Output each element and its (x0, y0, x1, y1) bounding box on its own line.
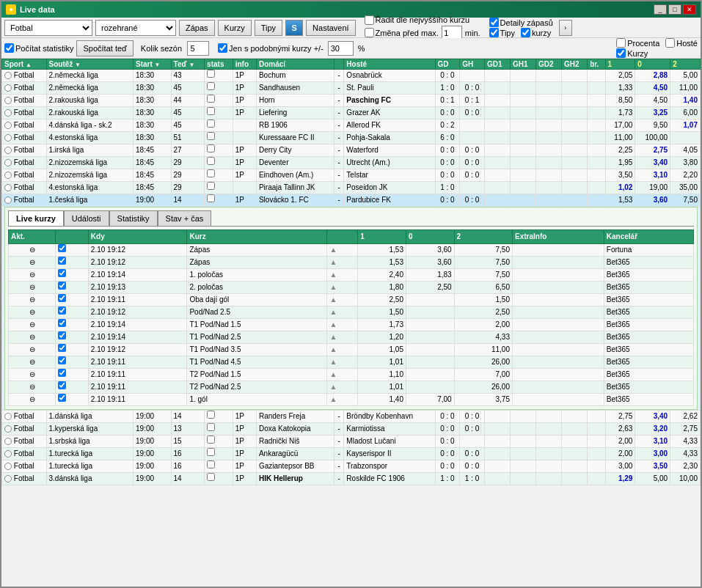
inner-cell-akt[interactable]: ⊖ (9, 369, 56, 381)
pocitat-checkbox[interactable] (4, 43, 14, 53)
stats-checkbox[interactable] (207, 132, 215, 140)
inner-cell-sort[interactable]: ▲ (327, 257, 358, 269)
inner-cell-sort[interactable]: ▲ (327, 356, 358, 369)
sport-circle-icon[interactable] (4, 97, 12, 104)
sport-circle-icon[interactable] (4, 425, 12, 433)
th-gh[interactable]: GH (460, 59, 485, 70)
detaily-checkbox[interactable] (489, 18, 499, 27)
inner-cell-akt[interactable]: ⊖ (9, 269, 56, 282)
th-k1[interactable]: 1 (605, 59, 635, 70)
filter-select[interactable]: rozehrané všechny dnes (95, 20, 176, 36)
th-soutez[interactable]: Soutěž ▼ (46, 59, 134, 70)
th-gh1[interactable]: GH1 (510, 59, 535, 70)
stats-checkbox[interactable] (207, 120, 215, 128)
inner-cell-chk[interactable] (56, 269, 89, 282)
th-domaci[interactable]: Domácí (256, 59, 334, 70)
inner-cell-chk[interactable] (56, 331, 89, 344)
table-row[interactable]: Fotbal 1.turecká liga 19:00 16 1P Gazian… (2, 460, 701, 473)
th-start[interactable]: Start ▼ (134, 59, 172, 70)
stats-checkbox[interactable] (207, 82, 215, 90)
inner-th[interactable]: Akt. (9, 230, 56, 244)
table-row[interactable]: Fotbal 4.estonská liga 18:30 51 Kuressaa… (2, 132, 701, 144)
inner-cell-akt[interactable]: ⊖ (9, 319, 56, 331)
th-info[interactable]: info (233, 59, 256, 70)
table-container[interactable]: Sport ▲ Soutěž ▼ Start ▼ Teď ▼ stats inf… (1, 59, 701, 587)
th-gd2[interactable]: GD2 (536, 59, 562, 70)
inner-table-row[interactable]: ⊖ 2.10 19:12 Zápas ▲ 1,53 3,60 7,50 Fort… (9, 244, 694, 257)
th-stats[interactable]: stats (205, 59, 233, 70)
sport-circle-icon[interactable] (4, 72, 12, 79)
inner-th[interactable] (56, 230, 89, 244)
inner-checkbox[interactable] (58, 381, 66, 389)
sport-circle-icon[interactable] (4, 134, 12, 142)
inner-tab[interactable]: Události (64, 210, 109, 226)
kurzy-check[interactable] (521, 28, 530, 37)
stats-checkbox[interactable] (207, 169, 215, 177)
inner-cell-sort[interactable]: ▲ (327, 331, 358, 344)
stats-checkbox[interactable] (207, 70, 215, 78)
stats-checkbox[interactable] (207, 460, 215, 468)
inner-checkbox[interactable] (58, 344, 66, 352)
table-row[interactable]: Fotbal 1.dánská liga 19:00 14 1P Randers… (2, 411, 701, 423)
inner-cell-chk[interactable] (56, 381, 89, 394)
maximize-button[interactable]: □ (668, 4, 681, 15)
inner-cell-chk[interactable] (56, 257, 89, 269)
inner-th[interactable]: 2 (454, 230, 512, 244)
inner-table-row[interactable]: ⊖ 2.10 19:14 T1 Pod/Nad 2.5 ▲ 1,20 4,33 … (9, 331, 694, 344)
sport-circle-icon[interactable] (4, 450, 12, 457)
stats-checkbox[interactable] (207, 194, 215, 202)
inner-cell-sort[interactable]: ▲ (327, 369, 358, 381)
table-row[interactable]: Fotbal 1.srbská liga 19:00 15 1P Radničk… (2, 436, 701, 448)
inner-cell-chk[interactable] (56, 306, 89, 319)
inner-checkbox[interactable] (58, 394, 66, 402)
s-button[interactable]: S (285, 20, 303, 36)
table-row[interactable]: Fotbal 2.nizozemská liga 18:45 29 1P Ein… (2, 169, 701, 182)
inner-cell-chk[interactable] (56, 294, 89, 306)
sport-circle-icon[interactable] (4, 184, 12, 191)
stats-checkbox[interactable] (207, 182, 215, 190)
sport-circle-icon[interactable] (4, 172, 12, 179)
inner-cell-akt[interactable]: ⊖ (9, 394, 56, 406)
sport-circle-icon[interactable] (4, 196, 12, 204)
sport-circle-icon[interactable] (4, 109, 12, 117)
inner-cell-akt[interactable]: ⊖ (9, 282, 56, 294)
inner-cell-sort[interactable]: ▲ (327, 381, 358, 394)
stats-checkbox[interactable] (207, 411, 215, 419)
inner-th[interactable]: Kancelář (604, 230, 693, 244)
radit-checkbox[interactable] (365, 15, 374, 25)
inner-checkbox[interactable] (58, 369, 66, 377)
tipy-button[interactable]: Tipy (255, 20, 282, 36)
inner-checkbox[interactable] (58, 331, 66, 339)
jen-checkbox[interactable] (218, 43, 227, 53)
inner-checkbox[interactable] (58, 269, 66, 277)
th-k2[interactable]: 2 (670, 59, 701, 70)
inner-cell-chk[interactable] (56, 344, 89, 356)
inner-table-row[interactable]: ⊖ 2.10 19:12 Pod/Nad 2.5 ▲ 1,50 2,50 Bet… (9, 306, 694, 319)
sport-circle-icon[interactable] (4, 84, 12, 92)
inner-th[interactable]: 1 (358, 230, 406, 244)
tipy-check[interactable] (489, 28, 499, 37)
th-br[interactable]: br. (588, 59, 605, 70)
inner-checkbox[interactable] (58, 356, 66, 364)
th-hoste[interactable]: Hosté (344, 59, 435, 70)
inner-tab[interactable]: Stav + čas (158, 210, 212, 226)
sport-circle-icon[interactable] (4, 147, 12, 154)
table-row[interactable]: Fotbal 3.dánská liga 19:00 14 1P HIK Hel… (2, 473, 701, 485)
inner-cell-sort[interactable]: ▲ (327, 294, 358, 306)
inner-cell-chk[interactable] (56, 394, 89, 406)
inner-cell-akt[interactable]: ⊖ (9, 331, 56, 344)
inner-cell-sort[interactable]: ▲ (327, 269, 358, 282)
table-row[interactable]: Fotbal 4.dánská liga - sk.2 18:30 45 RB … (2, 120, 701, 132)
close-button[interactable]: ✕ (683, 4, 696, 15)
nastaveni-button[interactable]: Nastavení (306, 20, 356, 36)
inner-cell-akt[interactable]: ⊖ (9, 257, 56, 269)
inner-cell-akt[interactable]: ⊖ (9, 294, 56, 306)
table-row[interactable]: Fotbal 2.rakouská liga 18:30 44 1P Horn … (2, 95, 701, 107)
jen-value-input[interactable] (328, 41, 354, 56)
inner-cell-sort[interactable]: ▲ (327, 319, 358, 331)
stats-checkbox[interactable] (207, 423, 215, 431)
inner-cell-chk[interactable] (56, 282, 89, 294)
inner-checkbox[interactable] (58, 244, 66, 252)
inner-cell-chk[interactable] (56, 244, 89, 257)
inner-table-row[interactable]: ⊖ 2.10 19:11 T1 Pod/Nad 4.5 ▲ 1,01 26,00… (9, 356, 694, 369)
